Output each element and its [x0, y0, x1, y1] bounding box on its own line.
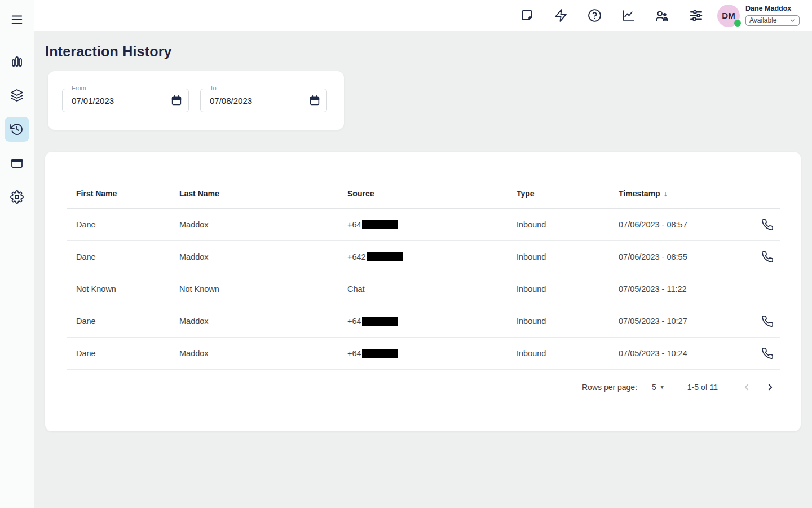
interaction-table-card: First Name Last Name Source Type Timesta… [45, 152, 801, 431]
from-date-field: From [62, 89, 189, 112]
lightning-icon [554, 8, 568, 23]
notes-button[interactable] [510, 3, 544, 28]
table-row: Not Known Not Known Chat Inbound 07/05/2… [67, 273, 780, 305]
cell-actions [746, 216, 780, 234]
to-label: To [207, 85, 219, 91]
cell-source: +64 [338, 220, 508, 229]
content-area: Interaction History From To [34, 31, 812, 508]
previous-page-button[interactable] [737, 378, 756, 397]
call-button[interactable] [757, 312, 778, 330]
cell-source: +64 [338, 349, 508, 358]
header-timestamp[interactable]: Timestamp ↓ [610, 189, 746, 198]
phone-icon [761, 347, 774, 360]
status-select[interactable]: Available [745, 15, 800, 26]
chevron-down-icon [789, 17, 796, 24]
cell-actions [746, 312, 780, 330]
redaction-bar [362, 220, 398, 229]
layers-icon [10, 89, 24, 102]
sidebar-item-settings[interactable] [5, 185, 29, 209]
gear-icon [10, 190, 24, 204]
contacts-button[interactable] [645, 3, 679, 28]
cell-timestamp: 07/05/2023 - 10:27 [610, 317, 746, 326]
page-title: Interaction History [45, 43, 812, 60]
table-header-row: First Name Last Name Source Type Timesta… [67, 179, 780, 209]
cell-last-name: Maddox [170, 220, 338, 229]
rows-per-page-value: 5 [652, 383, 656, 392]
header-type: Type [508, 189, 610, 198]
chevron-left-icon [742, 382, 752, 392]
chevron-right-icon [765, 382, 775, 392]
user-chip: DM Dane Maddox Available [717, 5, 800, 27]
rows-per-page-select[interactable]: 5 ▼ [652, 383, 665, 392]
sidebar [0, 0, 34, 508]
help-button[interactable] [577, 3, 611, 28]
pagination-range: 1-5 of 11 [687, 383, 718, 392]
call-button[interactable] [757, 248, 778, 266]
sidebar-item-reports[interactable] [5, 49, 29, 74]
from-label: From [69, 85, 89, 91]
people-icon [655, 8, 669, 23]
next-page-button[interactable] [761, 378, 780, 397]
phone-icon [761, 315, 774, 327]
sliders-icon [689, 8, 703, 23]
bar-chart-icon [10, 55, 24, 68]
date-filter-card: From To [48, 71, 344, 130]
table-row: Dane Maddox +64 Inbound 07/05/2023 - 10:… [67, 338, 780, 370]
sidebar-nav [5, 49, 29, 209]
user-name: Dane Maddox [745, 5, 800, 13]
phone-icon [761, 218, 774, 231]
table-row: Dane Maddox +64 Inbound 07/05/2023 - 10:… [67, 305, 780, 338]
menu-toggle-button[interactable] [5, 8, 29, 31]
cell-actions [746, 248, 780, 266]
redaction-bar [362, 349, 398, 358]
pagination-bar: Rows per page: 5 ▼ 1-5 of 11 [67, 370, 780, 405]
call-button[interactable] [757, 344, 778, 362]
sidebar-item-queues[interactable] [5, 83, 29, 108]
help-icon [588, 8, 602, 23]
presence-indicator [734, 20, 741, 27]
call-button[interactable] [757, 216, 778, 234]
app-root: DM Dane Maddox Available Interaction His… [0, 0, 812, 508]
cell-source: +64 [338, 317, 508, 326]
hamburger-icon [10, 14, 24, 26]
rows-per-page-label: Rows per page: [582, 383, 637, 392]
cell-first-name: Dane [67, 220, 170, 229]
calendar-icon [170, 94, 183, 107]
cell-last-name: Maddox [170, 252, 338, 261]
cell-source: +642 [338, 252, 508, 261]
redaction-bar [367, 252, 403, 261]
table-row: Dane Maddox +642 Inbound 07/06/2023 - 08… [67, 241, 780, 273]
cell-first-name: Dane [67, 252, 170, 261]
cell-timestamp: 07/05/2023 - 10:24 [610, 349, 746, 358]
user-meta: Dane Maddox Available [745, 5, 800, 26]
to-calendar-button[interactable] [307, 93, 323, 108]
analytics-button[interactable] [611, 3, 645, 28]
cell-last-name: Maddox [170, 349, 338, 358]
cell-last-name: Not Known [170, 284, 338, 294]
cell-type: Inbound [508, 317, 610, 326]
from-calendar-button[interactable] [169, 93, 184, 108]
cell-last-name: Maddox [170, 317, 338, 326]
caret-down-icon: ▼ [660, 384, 665, 390]
status-value: Available [749, 16, 776, 24]
quick-actions-button[interactable] [544, 3, 577, 28]
preferences-button[interactable] [679, 3, 713, 28]
cell-type: Inbound [508, 252, 610, 261]
cell-actions [746, 344, 780, 362]
notes-icon [520, 8, 534, 23]
to-date-field: To [200, 89, 327, 112]
cell-timestamp: 07/06/2023 - 08:55 [610, 252, 746, 261]
history-icon [10, 122, 24, 136]
sidebar-item-interaction-history[interactable] [5, 117, 29, 142]
cell-timestamp: 07/06/2023 - 08:57 [610, 220, 746, 229]
browser-window-icon [10, 156, 24, 170]
cell-first-name: Dane [67, 317, 170, 326]
cell-first-name: Not Known [67, 284, 170, 294]
avatar-initials: DM [722, 11, 735, 20]
sidebar-item-workspace[interactable] [5, 151, 29, 176]
topbar: DM Dane Maddox Available [34, 0, 812, 31]
avatar[interactable]: DM [717, 5, 740, 27]
calendar-icon [308, 94, 321, 107]
phone-icon [761, 251, 774, 263]
redaction-bar [362, 317, 398, 326]
